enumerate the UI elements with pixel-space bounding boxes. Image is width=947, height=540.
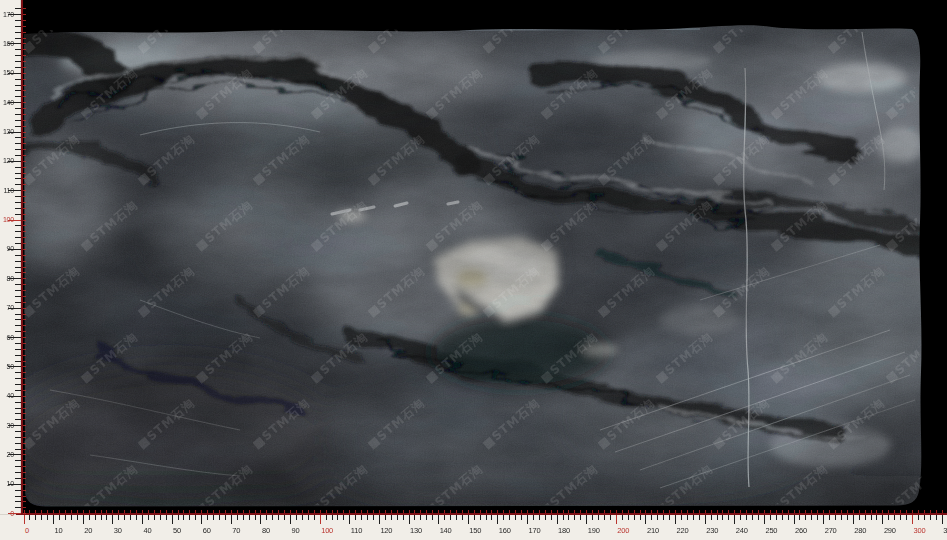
laser-dash-h — [136, 510, 137, 513]
vruler-tick — [15, 202, 21, 203]
hruler-tick — [314, 515, 315, 520]
laser-dash-v — [23, 319, 26, 320]
hruler-tick — [527, 515, 528, 524]
hruler-tick — [101, 515, 102, 520]
hruler-tick — [924, 515, 925, 520]
laser-dash-h — [693, 510, 694, 513]
hruler-tick — [106, 515, 107, 520]
hruler-label: 140 — [440, 527, 452, 535]
laser-dash-h — [178, 510, 179, 513]
hruler-label: 50 — [173, 527, 181, 535]
laser-dash-v — [23, 190, 26, 191]
vruler-tick — [15, 8, 21, 9]
laser-dash-v — [23, 8, 26, 9]
hruler-tick — [906, 515, 907, 520]
hruler-tick — [195, 515, 196, 520]
vruler-tick — [15, 255, 21, 256]
hruler-tick — [71, 515, 72, 520]
laser-dash-h — [799, 510, 800, 513]
laser-dash-v — [23, 308, 26, 309]
hruler-label: 20 — [84, 527, 92, 535]
hruler-tick — [675, 515, 676, 524]
hruler-tick — [326, 515, 327, 520]
laser-dash-v — [23, 454, 26, 455]
hruler-tick — [112, 515, 113, 524]
hruler-tick — [663, 515, 664, 520]
vruler-tick — [15, 26, 21, 27]
laser-dash-h — [207, 510, 208, 513]
hruler-label: 40 — [143, 527, 151, 535]
hruler-tick — [568, 515, 569, 520]
laser-dash-h — [876, 510, 877, 513]
vruler-tick — [15, 67, 21, 68]
hruler-tick — [645, 515, 646, 524]
vruler-tick — [15, 149, 21, 150]
laser-dash-h — [835, 510, 836, 513]
laser-dash-h — [491, 510, 492, 513]
laser-dash-h — [539, 510, 540, 513]
vruler-tick — [15, 372, 21, 373]
hruler-tick — [604, 515, 605, 520]
laser-dash-h — [651, 510, 652, 513]
hruler-tick — [634, 515, 635, 520]
laser-dash-h — [758, 510, 759, 513]
laser-dash-h — [918, 510, 919, 513]
vruler-tick — [15, 108, 21, 109]
laser-dash-h — [101, 510, 102, 513]
laser-dash-h — [628, 510, 629, 513]
hruler-tick — [491, 515, 492, 520]
laser-dash-h — [675, 510, 676, 513]
hruler-tick — [794, 515, 795, 524]
laser-dash-h — [83, 510, 84, 513]
laser-dash-v — [23, 490, 26, 491]
hruler-tick — [758, 515, 759, 520]
vruler-tick — [15, 449, 21, 450]
laser-dash-h — [213, 510, 214, 513]
hruler-tick — [444, 515, 445, 520]
laser-dash-h — [29, 510, 30, 513]
vruler-label: 170 — [0, 11, 14, 18]
hruler-tick — [409, 515, 410, 524]
hruler-tick — [373, 515, 374, 520]
hruler-tick — [77, 515, 78, 520]
hruler-tick — [231, 515, 232, 524]
laser-dash-h — [888, 510, 889, 513]
laser-dash-h — [728, 510, 729, 513]
laser-dash-h — [563, 510, 564, 513]
hruler-tick — [260, 515, 261, 524]
vruler-tick — [15, 466, 21, 467]
vruler-tick — [15, 137, 21, 138]
slab-texture — [0, 20, 947, 515]
laser-dash-v — [23, 85, 26, 86]
hruler-label: 10 — [55, 527, 63, 535]
laser-dash-v — [23, 249, 26, 250]
laser-dash-v — [23, 14, 26, 15]
laser-dash-h — [497, 510, 498, 513]
laser-dash-h — [930, 510, 931, 513]
laser-dash-h — [349, 510, 350, 513]
vruler-tick — [15, 55, 21, 56]
hruler-tick — [172, 515, 173, 524]
hruler-tick — [243, 515, 244, 520]
laser-dash-h — [450, 510, 451, 513]
vruler-tick — [15, 214, 21, 215]
laser-dash-h — [598, 510, 599, 513]
laser-dash-v — [23, 460, 26, 461]
hruler-tick — [888, 515, 889, 520]
hruler-tick — [799, 515, 800, 520]
laser-dash-v — [23, 296, 26, 297]
vruler-tick — [15, 126, 21, 127]
laser-dash-v — [23, 384, 26, 385]
vruler-tick — [15, 38, 21, 39]
hruler-tick — [47, 515, 48, 520]
laser-dash-v — [23, 484, 26, 485]
vruler-tick — [15, 272, 21, 273]
laser-dash-v — [23, 49, 26, 50]
laser-dash-v — [23, 396, 26, 397]
hruler-tick — [551, 515, 552, 520]
vruler-tick — [15, 314, 21, 315]
laser-dash-v — [23, 132, 26, 133]
hruler-tick — [414, 515, 415, 520]
hruler-tick — [178, 515, 179, 520]
hruler-tick — [563, 515, 564, 520]
